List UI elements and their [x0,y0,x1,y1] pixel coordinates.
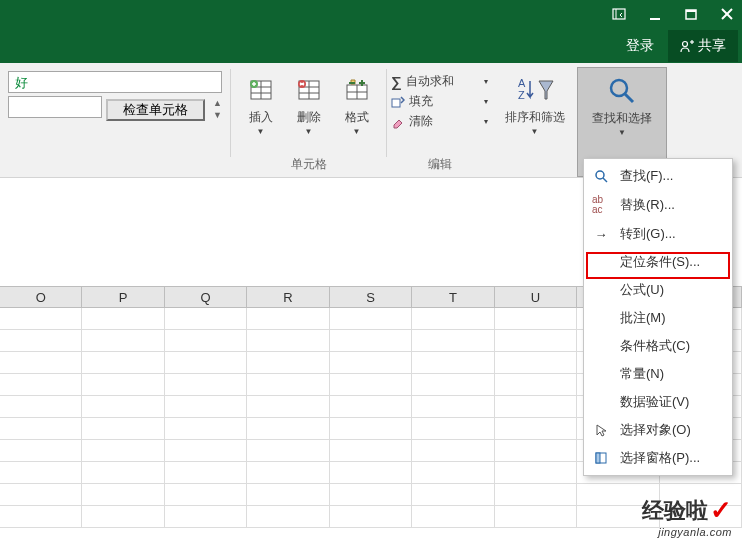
menu-find[interactable]: 查找(F)... [584,162,732,190]
scroll-up-icon[interactable]: ▲ [213,98,222,108]
cell[interactable] [165,418,247,439]
cell[interactable] [247,352,329,373]
cell[interactable] [412,440,494,461]
cell[interactable] [495,308,577,329]
cell[interactable] [247,396,329,417]
cell[interactable] [495,330,577,351]
cell[interactable] [165,352,247,373]
style-good[interactable]: 好 [8,71,222,93]
autosum-button[interactable]: ∑ 自动求和 ▾ [391,73,488,90]
cell[interactable] [0,396,82,417]
cell[interactable] [412,418,494,439]
cell[interactable] [247,374,329,395]
cell[interactable] [330,440,412,461]
menu-selection-pane[interactable]: 选择窗格(P)... [584,444,732,472]
cell[interactable] [330,396,412,417]
cell[interactable] [247,440,329,461]
cell[interactable] [0,352,82,373]
maximize-icon[interactable] [684,7,698,21]
menu-cond-format[interactable]: 条件格式(C) [584,332,732,360]
menu-formulas[interactable]: 公式(U) [584,276,732,304]
col-header[interactable]: S [330,287,412,307]
cell[interactable] [247,330,329,351]
format-button[interactable]: 格式 ▼ [334,71,380,138]
fill-button[interactable]: 填充 ▾ [391,93,488,110]
login-link[interactable]: 登录 [626,37,654,55]
cell[interactable] [165,396,247,417]
cell[interactable] [165,506,247,527]
cell[interactable] [412,462,494,483]
col-header[interactable]: O [0,287,82,307]
cell[interactable] [0,374,82,395]
cell[interactable] [412,330,494,351]
cell[interactable] [412,352,494,373]
close-icon[interactable] [720,7,734,21]
cell[interactable] [247,484,329,505]
menu-comments[interactable]: 批注(M) [584,304,732,332]
cell[interactable] [495,440,577,461]
cell[interactable] [330,462,412,483]
cell[interactable] [82,462,164,483]
cell[interactable] [82,506,164,527]
cell[interactable] [412,396,494,417]
clear-button[interactable]: 清除 ▾ [391,113,488,130]
cell[interactable] [0,308,82,329]
cell[interactable] [165,374,247,395]
cell[interactable] [82,308,164,329]
menu-constants[interactable]: 常量(N) [584,360,732,388]
cell[interactable] [82,396,164,417]
cell[interactable] [0,506,82,527]
cell[interactable] [0,418,82,439]
cell[interactable] [330,352,412,373]
cell[interactable] [495,352,577,373]
cell[interactable] [165,308,247,329]
scroll-down-icon[interactable]: ▼ [213,110,222,120]
check-cell-button[interactable]: 检查单元格 [106,99,205,121]
cell[interactable] [247,418,329,439]
cell[interactable] [495,396,577,417]
cell[interactable] [330,330,412,351]
cell[interactable] [247,506,329,527]
cell[interactable] [412,484,494,505]
cell[interactable] [82,484,164,505]
cell[interactable] [82,374,164,395]
menu-goto[interactable]: → 转到(G)... [584,220,732,248]
menu-replace[interactable]: abac 替换(R)... [584,190,732,220]
cell[interactable] [165,484,247,505]
cell[interactable] [0,462,82,483]
cell[interactable] [82,330,164,351]
cell[interactable] [330,418,412,439]
sort-filter-button[interactable]: AZ 排序和筛选 ▼ [495,71,575,138]
cell[interactable] [330,506,412,527]
menu-data-validation[interactable]: 数据验证(V) [584,388,732,416]
cell[interactable] [412,374,494,395]
cell[interactable] [0,484,82,505]
cell[interactable] [412,308,494,329]
menu-goto-special[interactable]: 定位条件(S)... [584,248,732,276]
cell[interactable] [247,308,329,329]
cell[interactable] [82,418,164,439]
col-header[interactable]: Q [165,287,247,307]
cell[interactable] [0,440,82,461]
cell[interactable] [82,440,164,461]
col-header[interactable]: R [247,287,329,307]
share-button[interactable]: 共享 [668,30,738,62]
cell[interactable] [247,462,329,483]
col-header[interactable]: P [82,287,164,307]
minimize-icon[interactable] [648,7,662,21]
cell[interactable] [165,440,247,461]
cell[interactable] [495,484,577,505]
find-select-button[interactable]: 查找和选择 ▼ [580,72,664,139]
style-blank[interactable] [8,96,102,118]
cell[interactable] [495,462,577,483]
ribbon-options-icon[interactable] [612,8,626,20]
col-header[interactable]: U [495,287,577,307]
menu-select-objects[interactable]: 选择对象(O) [584,416,732,444]
cell[interactable] [0,330,82,351]
insert-button[interactable]: 插入 ▼ [238,71,284,138]
cell[interactable] [330,374,412,395]
cell[interactable] [412,506,494,527]
cell[interactable] [165,462,247,483]
col-header[interactable]: T [412,287,494,307]
cell[interactable] [330,484,412,505]
